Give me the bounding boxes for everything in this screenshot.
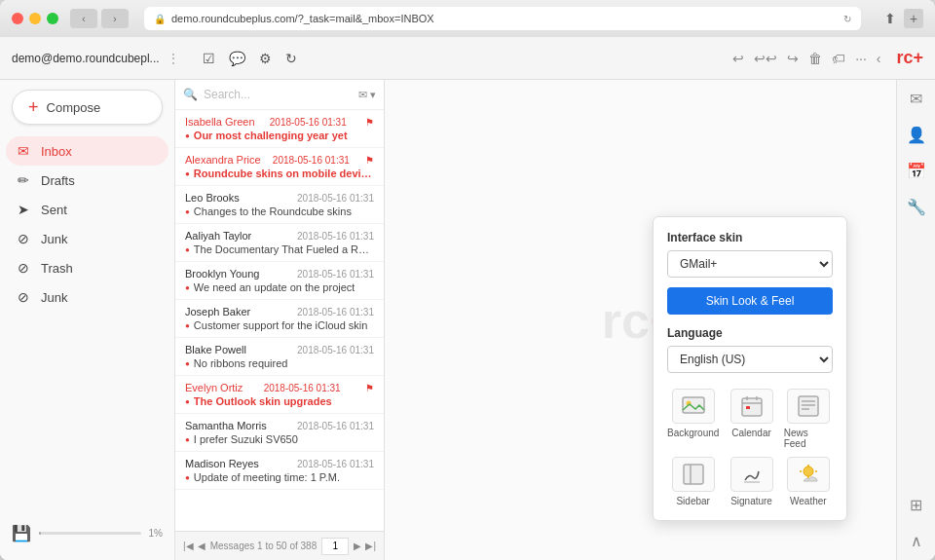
sidebar-inbox-label: Inbox [41, 144, 72, 159]
reply-icon[interactable]: ↩ [732, 51, 744, 66]
msg-unread-dot: ● [185, 397, 190, 406]
settings-sidebar-item[interactable]: Sidebar [667, 457, 719, 506]
minimize-button[interactable] [29, 13, 41, 24]
reload-icon[interactable]: ↻ [843, 14, 851, 24]
list-item[interactable]: Aaliyah Taylor 2018-05-16 01:31 ● The Do… [175, 224, 384, 262]
msg-subject: No ribbons required [194, 357, 288, 369]
msg-from: Samantha Morris [185, 420, 267, 431]
right-contacts-icon[interactable]: 👤 [907, 126, 926, 144]
sidebar-item-trash[interactable]: ⊘ Trash [0, 253, 174, 282]
msg-unread-dot: ● [185, 207, 190, 216]
compose-button[interactable]: + Compose [12, 90, 163, 125]
inbox-icon: ✉ [16, 143, 31, 159]
msg-subject-row: ● Roundcube skins on mobile devices [185, 168, 374, 179]
bubble-icon[interactable]: 💬 [229, 51, 245, 66]
prev-page-button[interactable]: ◀ [198, 541, 206, 551]
msg-subject: We need an update on the project [194, 281, 355, 293]
page-input[interactable] [321, 538, 349, 555]
list-item[interactable]: Isabella Green 2018-05-16 01:31 ⚑ ● Our … [175, 110, 384, 148]
right-grid-icon[interactable]: ⊞ [910, 496, 922, 514]
more-icon[interactable]: ··· [855, 51, 867, 66]
forward-icon[interactable]: ↪ [787, 51, 799, 66]
msg-date: 2018-05-16 01:31 [297, 269, 374, 280]
search-filter-icon[interactable]: ✉ ▾ [358, 89, 376, 101]
sidebar-item-drafts[interactable]: ✏ Drafts [0, 166, 174, 195]
svg-rect-11 [684, 465, 703, 484]
msg-from: Madison Reyes [185, 458, 259, 469]
settings-icons-grid: Background [667, 389, 833, 506]
msg-header: Aaliyah Taylor 2018-05-16 01:31 [185, 230, 374, 242]
right-collapse-icon[interactable]: ∧ [911, 532, 922, 550]
first-page-button[interactable]: |◀ [183, 541, 194, 551]
storage-bar-bg [39, 532, 141, 535]
right-calendar-icon[interactable]: 📅 [907, 162, 926, 180]
trash-icon: ⊘ [16, 260, 31, 276]
sidebar: + Compose ✉ Inbox ✏ Drafts ➤ Sent ⊘ J [0, 80, 175, 560]
settings-newsfeed-item[interactable]: News Feed [784, 389, 833, 449]
msg-subject: Customer support for the iCloud skin [194, 319, 368, 331]
svg-rect-0 [683, 397, 704, 413]
title-bar: ‹ › 🔒 demo.roundcubeplus.com/?_task=mail… [0, 0, 935, 37]
right-icon-bar: ✉ 👤 📅 🔧 ⊞ ∧ [896, 80, 935, 560]
msg-subject-row: ● We need an update on the project [185, 281, 374, 293]
last-page-button[interactable]: ▶| [365, 541, 376, 551]
tag-icon[interactable]: 🏷 [832, 51, 845, 66]
right-mail-icon[interactable]: ✉ [910, 90, 922, 108]
list-item[interactable]: Brooklyn Young 2018-05-16 01:31 ● We nee… [175, 262, 384, 300]
language-select[interactable]: English (US) French German [667, 346, 833, 373]
reply-all-icon[interactable]: ↩↩ [754, 51, 777, 66]
list-item[interactable]: Evelyn Ortiz 2018-05-16 01:31 ⚑ ● The Ou… [175, 376, 384, 414]
list-item[interactable]: Madison Reyes 2018-05-16 01:31 ● Update … [175, 452, 384, 490]
identity-menu-icon[interactable]: ⋮ [168, 52, 179, 65]
sidebar-item-sent[interactable]: ➤ Sent [0, 195, 174, 224]
newsfeed-icon-box [787, 389, 830, 424]
sidebar-item-inbox[interactable]: ✉ Inbox [6, 136, 168, 166]
app-identity: demo@demo.roundcubepl... ⋮ [12, 52, 179, 65]
sidebar-item-junk[interactable]: ⊘ Junk [0, 224, 174, 253]
list-item[interactable]: Samantha Morris 2018-05-16 01:31 ● I pre… [175, 414, 384, 452]
back-button[interactable]: ‹ [70, 9, 97, 28]
msg-subject: Update of meeting time: 1 P.M. [194, 471, 340, 483]
msg-subject: Roundcube skins on mobile devices [194, 168, 374, 179]
settings-background-item[interactable]: Background [667, 389, 719, 449]
address-bar[interactable]: 🔒 demo.roundcubeplus.com/?_task=mail&_mb… [144, 7, 861, 30]
interface-skin-title: Interface skin [667, 231, 833, 244]
delete-icon[interactable]: 🗑 [808, 51, 822, 66]
msg-flag-icon: ⚑ [365, 117, 374, 128]
msg-header: Isabella Green 2018-05-16 01:31 ⚑ [185, 116, 374, 128]
list-item[interactable]: Blake Powell 2018-05-16 01:31 ● No ribbo… [175, 338, 384, 376]
msg-date: 2018-05-16 01:31 [297, 459, 374, 469]
close-button[interactable] [12, 13, 23, 24]
forward-button[interactable]: › [101, 9, 129, 28]
refresh-icon[interactable]: ↻ [285, 51, 297, 66]
collapse-icon[interactable]: ‹ [877, 51, 881, 66]
sidebar-item-junk2[interactable]: ⊘ Junk [0, 282, 174, 312]
msg-unread-dot: ● [185, 283, 190, 292]
message-list-footer: |◀ ◀ Messages 1 to 50 of 388 ▶ ▶| [175, 531, 384, 560]
settings-icon[interactable]: ⚙ [259, 51, 272, 66]
newsfeed-label: News Feed [784, 428, 833, 449]
rc-logo: rc+ [896, 48, 923, 68]
sidebar-label: Sidebar [676, 496, 709, 506]
settings-weather-item[interactable]: Weather [784, 457, 833, 506]
msg-from: Blake Powell [185, 344, 246, 355]
check-all-icon[interactable]: ☑ [203, 51, 215, 66]
list-item[interactable]: Alexandra Price 2018-05-16 01:31 ⚑ ● Rou… [175, 148, 384, 186]
right-settings-icon[interactable]: 🔧 [907, 198, 926, 216]
next-page-button[interactable]: ▶ [354, 541, 361, 551]
msg-subject-row: ● The Outlook skin upgrades [185, 395, 374, 407]
settings-signature-item[interactable]: Signature [727, 457, 775, 506]
rc-plus: + [913, 48, 923, 67]
list-item[interactable]: Joseph Baker 2018-05-16 01:31 ● Customer… [175, 300, 384, 338]
list-item[interactable]: Leo Brooks 2018-05-16 01:31 ● Changes to… [175, 186, 384, 224]
skin-select[interactable]: GMail+ Larry Elastic [667, 250, 833, 278]
new-tab-button[interactable]: + [904, 9, 923, 28]
browser-actions: ⬆ [884, 11, 896, 26]
drafts-icon: ✏ [16, 172, 31, 188]
maximize-button[interactable] [47, 13, 58, 24]
skin-look-feel-button[interactable]: Skin Look & Feel [667, 287, 833, 315]
settings-calendar-item[interactable]: Calendar [727, 389, 775, 449]
search-input[interactable] [204, 88, 353, 101]
share-icon[interactable]: ⬆ [884, 11, 896, 26]
svg-rect-7 [799, 396, 818, 416]
